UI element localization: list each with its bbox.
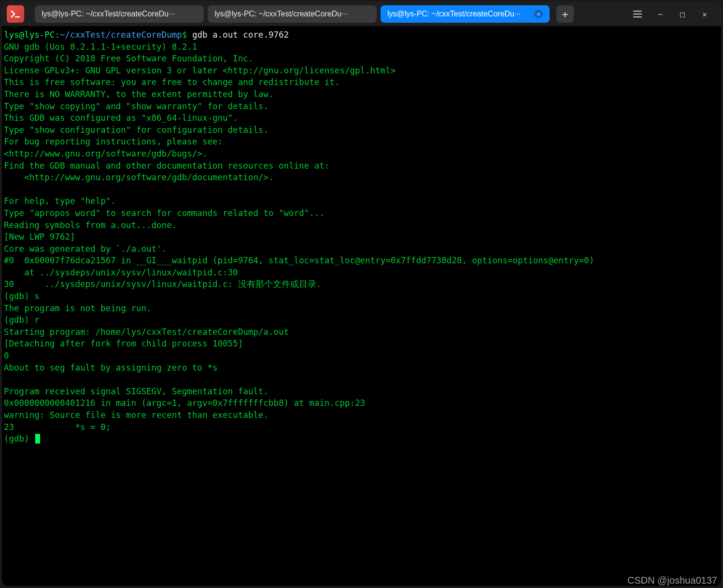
- terminal-line: (gdb) s: [4, 291, 40, 301]
- tab-2[interactable]: lys@lys-PC: ~/cxxTest/createCoreDu···: [208, 5, 377, 23]
- terminal-line: [Detaching after fork from child process…: [4, 339, 243, 348]
- prompt-sep: :: [55, 30, 60, 40]
- plus-icon: +: [562, 8, 568, 20]
- terminal-line: Program received signal SIGSEGV, Segment…: [4, 387, 269, 396]
- terminal-line: at ../sysdeps/unix/sysv/linux/waitpid.c:…: [4, 268, 238, 277]
- window-controls: − □ ✕: [623, 10, 716, 19]
- terminal-line: 23 *s = 0;: [4, 422, 111, 432]
- terminal-line: For bug reporting instructions, please s…: [4, 137, 223, 146]
- terminal-body[interactable]: lys@lys-PC:~/cxxTest/createCoreDump$ gdb…: [2, 26, 721, 586]
- minimize-button[interactable]: −: [655, 10, 665, 19]
- titlebar: lys@lys-PC: ~/cxxTest/createCoreDu··· ly…: [2, 2, 721, 26]
- terminal-line: Copyright (C) 2018 Free Software Foundat…: [4, 54, 253, 63]
- terminal-line: #0 0x00007f76dca21567 in __GI___waitpid …: [4, 256, 594, 265]
- prompt-user: lys@lys-PC: [4, 30, 55, 40]
- terminal-line: <http://www.gnu.org/software/gdb/documen…: [4, 172, 273, 182]
- terminal-line: There is NO WARRANTY, to the extent perm…: [4, 89, 273, 99]
- minimize-icon: −: [658, 10, 663, 19]
- prompt-dollar: $: [182, 30, 187, 40]
- tab-label: lys@lys-PC: ~/cxxTest/createCoreDu···: [387, 10, 530, 18]
- terminal-line: Reading symbols from a.out...done.: [4, 220, 177, 230]
- tab-strip: lys@lys-PC: ~/cxxTest/createCoreDu··· ly…: [35, 5, 619, 23]
- terminal-line: (gdb) r: [4, 315, 40, 325]
- terminal-line: Find the GDB manual and other documentat…: [4, 161, 329, 171]
- close-window-button[interactable]: ✕: [700, 10, 709, 19]
- terminal-line: The program is not being run.: [4, 303, 152, 313]
- app-icon[interactable]: [7, 5, 24, 23]
- terminal-line: This GDB was configured as "x86_64-linux…: [4, 113, 238, 123]
- terminal-line: GNU gdb (Uos 8.2.1.1-1+security) 8.2.1: [4, 42, 197, 52]
- terminal-line: <http://www.gnu.org/software/gdb/bugs/>.: [4, 149, 207, 158]
- gdb-prompt: (gdb): [4, 434, 34, 444]
- maximize-icon: □: [680, 10, 685, 19]
- terminal-line: [New LWP 9762]: [4, 232, 75, 242]
- entered-command: gdb a.out core.9762: [192, 30, 289, 40]
- new-tab-button[interactable]: +: [556, 5, 574, 23]
- tab-3-active[interactable]: lys@lys-PC: ~/cxxTest/createCoreDu··· ✕: [381, 5, 550, 23]
- terminal-window: lys@lys-PC: ~/cxxTest/createCoreDu··· ly…: [2, 2, 721, 586]
- terminal-line: Core was generated by `./a.out'.: [4, 244, 167, 254]
- terminal-line: 0: [4, 351, 9, 360]
- terminal-line: For help, type "help".: [4, 196, 116, 206]
- menu-button[interactable]: [633, 11, 643, 17]
- terminal-line: This is free software: you are free to c…: [4, 77, 340, 87]
- hamburger-icon: [633, 11, 643, 17]
- maximize-button[interactable]: □: [678, 10, 687, 19]
- watermark: CSDN @joshua0137: [627, 575, 717, 586]
- terminal-line: Type "apropos word" to search for comman…: [4, 208, 325, 218]
- cursor: [35, 434, 40, 444]
- tab-1[interactable]: lys@lys-PC: ~/cxxTest/createCoreDu···: [35, 5, 204, 23]
- prompt-path: ~/cxxTest/createCoreDump: [60, 30, 182, 40]
- terminal-line: Type "show configuration" for configurat…: [4, 125, 269, 135]
- terminal-line: 30 ../sysdeps/unix/sysv/linux/waitpid.c:…: [4, 279, 321, 289]
- tab-label: lys@lys-PC: ~/cxxTest/createCoreDu···: [214, 10, 370, 18]
- terminal-line: About to seg fault by assigning zero to …: [4, 363, 218, 373]
- terminal-line: License GPLv3+: GNU GPL version 3 or lat…: [4, 66, 396, 75]
- tab-label: lys@lys-PC: ~/cxxTest/createCoreDu···: [42, 10, 197, 18]
- close-icon: ✕: [702, 10, 707, 19]
- terminal-line: Starting program: /home/lys/cxxTest/crea…: [4, 327, 289, 337]
- terminal-line: Type "show copying" and "show warranty" …: [4, 101, 269, 111]
- terminal-line: 0x0000000000401216 in main (argc=1, argv…: [4, 398, 365, 408]
- close-tab-icon[interactable]: ✕: [534, 10, 543, 18]
- terminal-line: warning: Source file is more recent than…: [4, 410, 269, 420]
